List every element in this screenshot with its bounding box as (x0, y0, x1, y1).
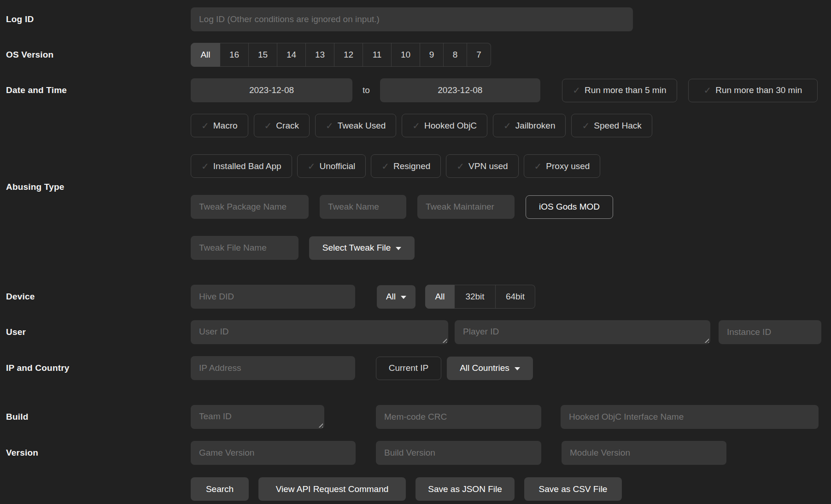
tweak-name-input[interactable] (320, 195, 406, 219)
view-api-request-command-label: View API Request Command (276, 484, 389, 494)
hive-did-input[interactable] (191, 285, 355, 309)
os-version-option-12[interactable]: 12 (334, 43, 363, 67)
speed-hack-label: Speed Hack (594, 121, 642, 131)
crack-toggle[interactable]: ✓ Crack (254, 114, 310, 137)
proxy-used-toggle[interactable]: ✓ Proxy used (524, 154, 601, 178)
os-version-row: OS Version All 16 15 14 13 12 11 10 9 8 … (0, 43, 831, 67)
date-to-input[interactable] (380, 78, 540, 102)
os-version-option-7[interactable]: 7 (467, 43, 491, 67)
log-id-label: Log ID (0, 14, 191, 24)
game-version-input[interactable] (191, 441, 356, 465)
caret-down-icon (515, 367, 520, 370)
select-tweak-file-dropdown[interactable]: Select Tweak File (309, 236, 415, 260)
memcode-crc-input[interactable] (376, 405, 541, 429)
date-time-label: Date and Time (0, 85, 191, 95)
view-api-request-command-button[interactable]: View API Request Command (258, 477, 406, 501)
search-button[interactable]: Search (191, 477, 249, 501)
user-row: User (0, 320, 831, 344)
instance-id-input[interactable] (719, 320, 821, 344)
check-icon: ✓ (582, 121, 590, 130)
date-time-row: Date and Time to ✓ Run more than 5 min ✓… (0, 78, 831, 102)
tweak-file-row: Select Tweak File (191, 236, 652, 260)
run-more-than-5min-label: Run more than 5 min (585, 85, 666, 95)
save-as-json-label: Save as JSON File (428, 484, 502, 494)
tweak-used-toggle[interactable]: ✓ Tweak Used (315, 114, 396, 137)
tweak-file-name-input[interactable] (191, 236, 298, 260)
run-more-than-30min-toggle[interactable]: ✓ Run more than 30 min (688, 79, 818, 102)
os-version-option-14[interactable]: 14 (277, 43, 306, 67)
device-all-dropdown-value: All (386, 292, 396, 302)
log-id-input[interactable] (191, 7, 633, 31)
bitness-option-all[interactable]: All (425, 285, 455, 309)
team-id-textarea[interactable] (191, 405, 324, 429)
check-icon: ✓ (412, 121, 420, 130)
os-version-option-all[interactable]: All (191, 43, 220, 67)
macro-toggle[interactable]: ✓ Macro (191, 114, 248, 137)
ip-address-input[interactable] (191, 356, 355, 380)
log-id-row: Log ID (0, 7, 831, 31)
os-version-option-16[interactable]: 16 (220, 43, 249, 67)
save-as-csv-label: Save as CSV File (539, 484, 608, 494)
build-label: Build (0, 412, 191, 422)
tweak-used-label: Tweak Used (338, 121, 386, 131)
os-version-option-15[interactable]: 15 (249, 43, 277, 67)
os-version-label: OS Version (0, 50, 191, 60)
check-icon: ✓ (703, 86, 711, 95)
ios-gods-mod-button[interactable]: iOS Gods MOD (526, 195, 613, 219)
save-as-csv-button[interactable]: Save as CSV File (524, 477, 622, 501)
os-version-option-10[interactable]: 10 (392, 43, 420, 67)
os-version-option-13[interactable]: 13 (306, 43, 334, 67)
proxy-used-label: Proxy used (546, 161, 590, 171)
check-icon: ✓ (534, 162, 542, 171)
player-id-textarea[interactable] (455, 320, 710, 344)
macro-label: Macro (213, 121, 238, 131)
resigned-toggle[interactable]: ✓ Resigned (371, 154, 441, 178)
build-version-input[interactable] (376, 441, 541, 465)
run-more-than-5min-toggle[interactable]: ✓ Run more than 5 min (562, 79, 677, 102)
unofficial-toggle[interactable]: ✓ Unofficial (297, 154, 366, 178)
speed-hack-toggle[interactable]: ✓ Speed Hack (571, 114, 652, 137)
current-ip-button[interactable]: Current IP (376, 357, 441, 380)
date-range-separator: to (363, 85, 370, 95)
bitness-option-64bit[interactable]: 64bit (496, 285, 535, 309)
select-tweak-file-label: Select Tweak File (322, 243, 391, 253)
caret-down-icon (396, 247, 401, 250)
ip-country-label: IP and Country (0, 363, 191, 373)
os-version-option-11[interactable]: 11 (363, 43, 392, 67)
os-version-option-9[interactable]: 9 (420, 43, 444, 67)
bitness-option-32bit[interactable]: 32bit (455, 285, 496, 309)
search-button-label: Search (206, 484, 234, 494)
installed-bad-app-toggle[interactable]: ✓ Installed Bad App (191, 154, 292, 178)
countries-dropdown[interactable]: All Countries (447, 357, 533, 380)
abusing-checks-row-2: ✓ Installed Bad App ✓ Unofficial ✓ Resig… (191, 154, 652, 178)
check-icon: ✓ (573, 86, 580, 95)
caret-down-icon (401, 296, 406, 299)
device-all-dropdown[interactable]: All (377, 285, 416, 309)
bitness-segmented-control: All 32bit 64bit (425, 285, 535, 309)
abusing-type-label: Abusing Type (0, 182, 191, 192)
check-icon: ✓ (201, 162, 209, 171)
hooked-objc-interface-name-input[interactable] (561, 405, 819, 429)
unofficial-label: Unofficial (319, 161, 355, 171)
abusing-checks-row-1: ✓ Macro ✓ Crack ✓ Tweak Used ✓ Hooked Ob… (191, 114, 652, 137)
vpn-used-label: VPN used (468, 161, 508, 171)
check-icon: ✓ (326, 121, 334, 130)
tweak-package-name-input[interactable] (191, 195, 309, 219)
version-row: Version (0, 441, 831, 465)
os-version-segmented-control: All 16 15 14 13 12 11 10 9 8 7 (191, 43, 491, 67)
tweak-inputs-row: iOS Gods MOD (191, 195, 652, 219)
jailbroken-toggle[interactable]: ✓ Jailbroken (493, 114, 566, 137)
os-version-option-8[interactable]: 8 (444, 43, 467, 67)
version-label: Version (0, 448, 191, 458)
module-version-input[interactable] (562, 441, 726, 465)
user-id-textarea[interactable] (191, 320, 448, 344)
save-as-json-button[interactable]: Save as JSON File (416, 477, 515, 501)
date-from-input[interactable] (191, 78, 352, 102)
device-row: Device All All 32bit 64bit (0, 285, 831, 309)
tweak-maintainer-input[interactable] (417, 195, 515, 219)
hooked-objc-toggle[interactable]: ✓ Hooked ObjC (402, 114, 487, 137)
vpn-used-toggle[interactable]: ✓ VPN used (446, 154, 518, 178)
user-label: User (0, 327, 191, 337)
log-search-form: Log ID OS Version All 16 15 14 13 12 11 … (0, 0, 831, 504)
ip-country-row: IP and Country Current IP All Countries (0, 356, 831, 380)
